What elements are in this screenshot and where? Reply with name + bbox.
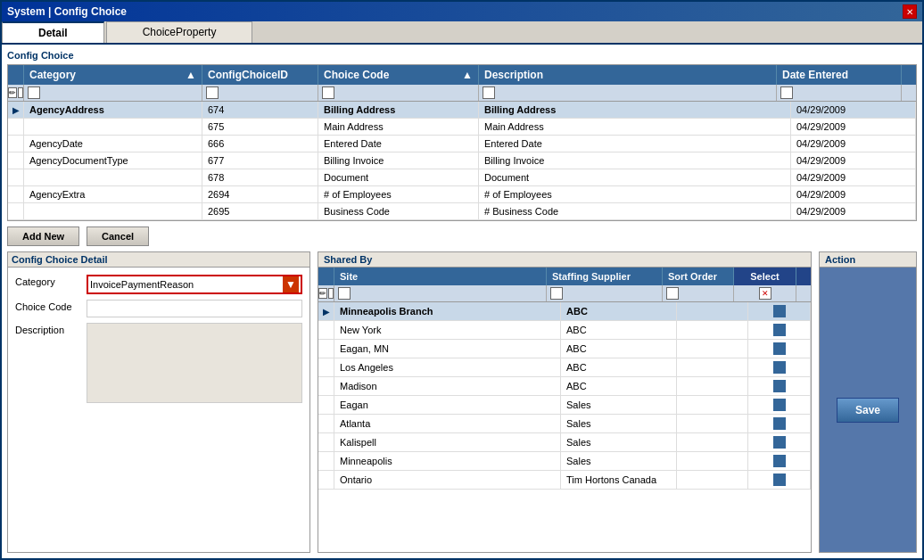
table-row[interactable]: AgencyDate 666 Entered Date Entered Date…	[8, 136, 916, 152]
shared-cell-site-2: Eagan, MN	[334, 340, 561, 358]
list-item[interactable]: Eagan Sales	[318, 396, 811, 415]
shared-by-title: Shared By	[318, 252, 811, 268]
filter-category-checkbox[interactable]	[28, 86, 40, 99]
shared-cell-supplier-9: Tim Hortons Canada	[561, 471, 677, 489]
description-textarea[interactable]	[87, 323, 302, 403]
shared-cell-supplier-0: ABC	[561, 302, 677, 320]
cell-category-0: AgencyAddress	[24, 102, 202, 118]
grid-body: ▶ AgencyAddress 674 Billing Address Bill…	[8, 102, 916, 220]
choicecode-input[interactable]	[87, 300, 302, 317]
cell-id-1: 675	[202, 119, 318, 135]
filter-desc-checkbox[interactable]	[483, 86, 495, 99]
detail-panel-title: Config Choice Detail	[8, 252, 309, 268]
shared-filter-supplier	[547, 285, 663, 301]
cell-code-5: # of Employees	[318, 186, 479, 202]
cell-desc-5: # of Employees	[479, 186, 791, 202]
filter-check-icon[interactable]	[18, 87, 23, 98]
shared-cell-select-1[interactable]	[748, 321, 811, 339]
shared-cell-sort-9	[677, 471, 748, 489]
shared-filter-check[interactable]	[328, 288, 334, 299]
choicecode-field-row: Choice Code	[15, 300, 302, 317]
category-dropdown[interactable]: InvoicePaymentReason ▼	[87, 275, 302, 294]
row-arrow-0: ▶	[8, 102, 24, 118]
shared-cell-select-0[interactable]	[748, 302, 811, 320]
close-button[interactable]: ✕	[903, 4, 917, 19]
shared-grid-header: Site Staffing Supplier Sort Order Select	[318, 268, 811, 285]
shared-cell-select-3[interactable]	[748, 358, 811, 376]
filter-id-checkbox[interactable]	[206, 86, 219, 99]
list-item[interactable]: Los Angeles ABC	[318, 358, 811, 377]
list-item[interactable]: New York ABC	[318, 321, 811, 340]
cell-code-0: Billing Address	[318, 102, 479, 118]
filter-edit-icon[interactable]: ✏	[8, 87, 17, 98]
shared-cell-supplier-5: Sales	[561, 396, 677, 414]
list-item[interactable]: Ontario Tim Hortons Canada	[318, 471, 811, 490]
category-dropdown-arrow[interactable]: ▼	[283, 276, 299, 292]
shared-sort-checkbox[interactable]	[666, 287, 679, 300]
action-body: Save	[820, 268, 916, 552]
table-row[interactable]: AgencyExtra 2694 # of Employees # of Emp…	[8, 186, 916, 203]
detail-panel: Config Choice Detail Category InvoicePay…	[7, 251, 310, 553]
table-row[interactable]: ▶ AgencyAddress 674 Billing Address Bill…	[8, 102, 916, 119]
filter-code-checkbox[interactable]	[322, 86, 334, 99]
shared-edit-icon[interactable]: ✏	[318, 288, 327, 299]
col-select: Select	[734, 268, 796, 285]
description-label: Description	[15, 323, 87, 335]
cell-desc-4: Document	[479, 169, 791, 185]
filter-code	[318, 85, 479, 101]
shared-cell-select-9[interactable]	[748, 471, 811, 489]
shared-cell-select-2[interactable]	[748, 340, 811, 358]
table-row[interactable]: AgencyDocumentType 677 Billing Invoice B…	[8, 152, 916, 169]
shared-supplier-checkbox[interactable]	[550, 287, 563, 300]
col-category: Category▲	[24, 65, 202, 85]
tab-choice-property[interactable]: ChoiceProperty	[106, 21, 253, 43]
list-item[interactable]: Minneapolis Sales	[318, 452, 811, 471]
shared-cell-supplier-1: ABC	[561, 321, 677, 339]
tab-detail[interactable]: Detail	[2, 21, 104, 43]
cell-code-4: Document	[318, 169, 479, 185]
main-content: Config Choice Category▲ ConfigChoiceID C…	[2, 45, 922, 558]
shared-cell-select-6[interactable]	[748, 415, 811, 432]
cell-id-0: 674	[202, 102, 318, 118]
shared-select-x[interactable]: ✕	[759, 287, 771, 300]
table-row[interactable]: 675 Main Address Main Address 04/29/2009	[8, 119, 916, 136]
category-field-row: Category InvoicePaymentReason ▼	[15, 275, 302, 294]
shared-cell-site-6: Atlanta	[334, 415, 561, 432]
table-row[interactable]: 678 Document Document 04/29/2009	[8, 169, 916, 186]
filter-date-checkbox[interactable]	[780, 86, 793, 99]
config-choice-label: Config Choice	[7, 50, 917, 61]
shared-cell-select-8[interactable]	[748, 452, 811, 470]
save-button[interactable]: Save	[837, 398, 899, 423]
shared-by-panel: Shared By Site Staffing Supplier Sort Or…	[318, 251, 812, 553]
col-supplier: Staffing Supplier	[547, 268, 663, 285]
shared-filter-select: ✕	[734, 285, 796, 301]
cancel-button[interactable]: Cancel	[87, 226, 149, 246]
title-bar: System | Config Choice ✕	[2, 2, 922, 21]
cell-desc-6: # Business Code	[479, 203, 791, 219]
cell-date-3: 04/29/2009	[791, 152, 916, 169]
cell-category-1	[24, 119, 202, 135]
shared-cell-site-1: New York	[334, 321, 561, 339]
shared-cell-select-5[interactable]	[748, 396, 811, 414]
cell-category-5: AgencyExtra	[24, 186, 202, 202]
list-item[interactable]: Eagan, MN ABC	[318, 340, 811, 358]
action-title: Action	[820, 252, 916, 268]
list-item[interactable]: Kalispell Sales	[318, 433, 811, 452]
shared-cell-select-7[interactable]	[748, 433, 811, 451]
cell-date-5: 04/29/2009	[791, 186, 916, 202]
shared-cell-supplier-6: Sales	[561, 415, 677, 432]
list-item[interactable]: Madison ABC	[318, 377, 811, 396]
shared-grid-body: ▶ Minneapolis Branch ABC New York ABC	[318, 302, 811, 552]
shared-cell-sort-2	[677, 340, 748, 358]
shared-cell-select-4[interactable]	[748, 377, 811, 395]
cell-date-0: 04/29/2009	[791, 102, 916, 118]
list-item[interactable]: ▶ Minneapolis Branch ABC	[318, 302, 811, 321]
shared-cell-sort-0	[677, 302, 748, 320]
shared-site-checkbox[interactable]	[338, 287, 351, 300]
shared-cell-site-7: Kalispell	[334, 433, 561, 451]
shared-cell-sort-6	[677, 415, 748, 432]
table-row[interactable]: 2695 Business Code # Business Code 04/29…	[8, 203, 916, 220]
add-new-button[interactable]: Add New	[7, 226, 79, 246]
list-item[interactable]: Atlanta Sales	[318, 415, 811, 433]
cell-desc-3: Billing Invoice	[479, 152, 791, 169]
